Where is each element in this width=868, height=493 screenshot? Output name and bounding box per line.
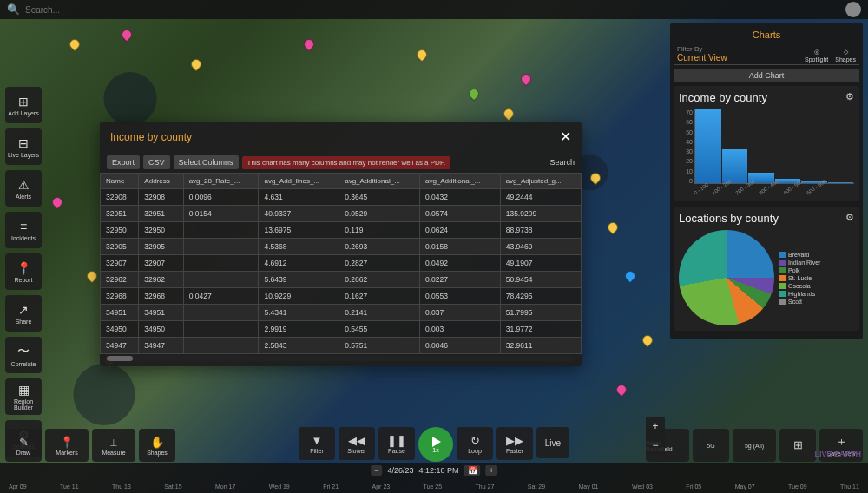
filter-value[interactable]: Current View (677, 53, 727, 62)
Measure-button[interactable]: ⟂Measure (92, 429, 135, 462)
table-header[interactable]: avg_Add_lines_... (259, 174, 339, 189)
sidebar-label: Incidents (11, 235, 36, 241)
zoom-control: + − (646, 417, 665, 455)
table-row[interactable]: 32962329625.64390.26620.022750.9454 (101, 272, 582, 288)
live-button[interactable]: Live (536, 427, 569, 458)
timeline-date: 4/26/23 (387, 466, 413, 475)
timeline-ticks: Apr 09Tue 11Thu 13Sat 15Mon 17Wed 19Fri … (0, 483, 868, 490)
sidebar-item-share[interactable]: ↗Share (5, 295, 42, 332)
sidebar-icon: ≡ (20, 220, 27, 233)
zoom-out-button[interactable]: − (646, 436, 665, 455)
time-minus-button[interactable]: − (371, 465, 382, 476)
gear-icon[interactable]: ⚙ (845, 91, 854, 102)
spotlight-button[interactable]: ◎Spotlight (805, 49, 828, 62)
sidebar-item-correlate[interactable]: 〜Correlate (5, 337, 42, 373)
time-plus-button[interactable]: + (486, 465, 497, 476)
pie-chart-box: ⚙ Locations by county BrevardIndian Rive… (674, 207, 859, 331)
select-columns-button[interactable]: Select Columns (174, 155, 239, 169)
sidebar-item-incidents[interactable]: ≡Incidents (5, 212, 42, 248)
Markers-button[interactable]: 📍Markers (45, 429, 89, 462)
sidebar-label: Alerts (16, 194, 31, 200)
charts-panel: Charts Filter By Current View ◎Spotlight… (670, 23, 863, 339)
table-row[interactable]: 32951329510.015440.93370.05290.0574135.9… (101, 206, 582, 222)
table-header[interactable]: Address (139, 174, 183, 189)
table-row[interactable]: 34947349472.58430.57510.004632.9611 (101, 338, 582, 354)
modal-search-label[interactable]: Search (549, 158, 575, 167)
table-header[interactable]: avg_Additional_... (339, 174, 420, 189)
tool-button[interactable]: ⊞ (779, 429, 816, 462)
5g (All)-button[interactable]: 5g (All) (733, 429, 776, 462)
5G-button[interactable]: 5G (693, 429, 729, 462)
sidebar-icon: 📍 (16, 261, 31, 275)
filter-label: Filter By (677, 45, 727, 53)
sidebar-item-add-layers[interactable]: ⊞Add Layers (5, 87, 42, 123)
data-table: NameAddressavg_28_Rate_...avg_Add_lines_… (100, 173, 582, 354)
add-chart-button[interactable]: Add Chart (674, 69, 859, 82)
close-icon[interactable]: ✕ (560, 128, 571, 145)
sidebar-label: Correlate (11, 361, 36, 367)
sidebar-item-live-layers[interactable]: ⊟Live Layers (5, 128, 42, 165)
spotlight-icon: ◎ (814, 49, 819, 56)
csv-button[interactable]: CSV (143, 155, 170, 169)
pie-legend: BrevardIndian RiverPolkSt. LucieOsceolaH… (779, 252, 820, 305)
sidebar-label: Region Builder (5, 398, 42, 411)
table-header[interactable]: Name (101, 174, 139, 189)
play-button[interactable]: 1x (418, 427, 453, 462)
avatar[interactable] (845, 2, 861, 17)
timeline[interactable]: − 4/26/23 4:12:10 PM 📅 + Apr 09Tue 11Thu… (0, 463, 868, 493)
gear-icon[interactable]: ⚙ (845, 212, 854, 223)
sidebar-label: Add Layers (8, 110, 38, 116)
Draw-button[interactable]: ✎Draw (5, 429, 42, 462)
Loop-button[interactable]: ↻Loop (457, 427, 493, 460)
search-icon: 🔍 (7, 3, 20, 16)
table-header[interactable]: avg_Adjusted_g... (500, 174, 581, 189)
sidebar-icon: ⊟ (18, 136, 29, 150)
bottom-tools-center: ▼Filter◀◀Slower❚❚Pause1x↻Loop▶▶FasterLiv… (299, 427, 569, 462)
shapes-button[interactable]: ◇Shapes (835, 49, 856, 62)
charts-header: Charts (674, 26, 859, 43)
table-row[interactable]: 32907329074.69120.28270.049249.1907 (101, 255, 582, 272)
bar-chart-title: Income by county (679, 91, 854, 104)
sidebar-icon: 〜 (17, 344, 30, 359)
table-row[interactable]: 32908329080.00964.6310.36450.043249.2444 (101, 189, 582, 206)
sidebar-icon: ⊞ (18, 95, 29, 108)
table-header[interactable]: avg_28_Rate_... (183, 174, 259, 189)
search-input[interactable] (25, 5, 845, 15)
Pause-button[interactable]: ❚❚Pause (378, 427, 415, 460)
table-row[interactable]: 34950349502.99190.54550.00331.9772 (101, 321, 582, 338)
Slower-button[interactable]: ◀◀Slower (339, 427, 375, 460)
pie-chart (679, 230, 774, 325)
zoom-in-button[interactable]: + (646, 417, 665, 436)
bar-chart-area (694, 109, 854, 184)
sidebar-item-report[interactable]: 📍Report (5, 253, 42, 290)
sidebar-icon: ↗ (18, 303, 29, 317)
table-row[interactable]: 32905329054.53680.26930.015843.9469 (101, 239, 582, 255)
export-button[interactable]: Export (107, 155, 140, 169)
table-row[interactable]: 32968329680.042710.92290.16270.055378.42… (101, 288, 582, 305)
sidebar-icon: ⚠ (18, 178, 30, 192)
table-row[interactable]: 329503295013.69750.1190.062488.9738 (101, 222, 582, 239)
shapes-icon: ◇ (844, 49, 848, 56)
Filter-button[interactable]: ▼Filter (299, 427, 335, 460)
modal-title: Income by county (110, 131, 192, 143)
time-display: − 4/26/23 4:12:10 PM 📅 + (371, 465, 497, 476)
calendar-icon[interactable]: 📅 (464, 465, 481, 476)
Faster-button[interactable]: ▶▶Faster (496, 427, 533, 460)
bar-chart-box: ⚙ Income by county 706050403020100 0 - 1… (674, 86, 859, 201)
Shapes-button[interactable]: ✋Shapes (139, 429, 175, 462)
top-bar: 🔍 (0, 0, 868, 19)
sidebar-label: Report (14, 277, 32, 283)
horizontal-scrollbar[interactable] (107, 356, 575, 361)
table-row[interactable]: 34951349515.43410.21410.03751.7995 (101, 305, 582, 321)
bottom-tools-left: ✎Draw📍Markers⟂Measure✋Shapes (5, 429, 175, 462)
pie-chart-title: Locations by county (679, 212, 854, 225)
table-header[interactable]: avg_Additional_... (419, 174, 500, 189)
pdf-warning: This chart has many columns and may not … (242, 156, 451, 169)
sidebar-item-alerts[interactable]: ⚠Alerts (5, 170, 42, 207)
sidebar-item-region-builder[interactable]: ▦Region Builder (5, 378, 42, 415)
income-modal: Income by county ✕ Export CSV Select Col… (100, 122, 582, 366)
logo: LIVE EARTH (814, 450, 861, 458)
left-sidebar: ⊞Add Layers⊟Live Layers⚠Alerts≡Incidents… (5, 87, 42, 457)
sidebar-label: Share (16, 319, 32, 325)
timeline-time: 4:12:10 PM (419, 466, 459, 475)
